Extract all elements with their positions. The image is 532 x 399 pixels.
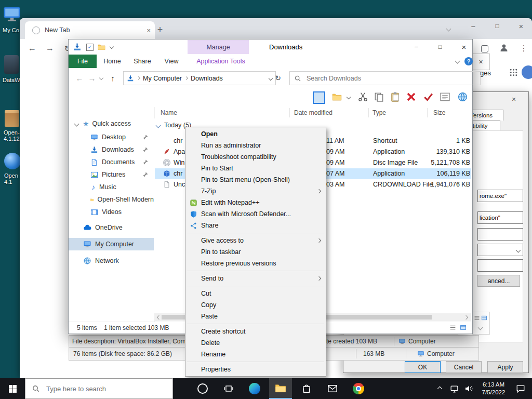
column-date-modified[interactable]: Date modified <box>294 109 332 116</box>
images-link-fragment[interactable]: ges <box>480 69 491 77</box>
start-button[interactable] <box>0 378 25 399</box>
search-box[interactable] <box>289 71 481 85</box>
sidebar-item-quick-access[interactable]: ★ Quick access <box>69 117 154 130</box>
tray-clock[interactable]: 6:13 AM 7/5/2022 <box>477 378 510 399</box>
tab-home[interactable]: Home <box>99 55 125 68</box>
menu-item-give-access-to[interactable]: Give access to <box>185 235 326 246</box>
task-view-button[interactable] <box>217 378 240 399</box>
extensions-icon[interactable] <box>481 45 488 52</box>
menu-item-copy[interactable]: Copy <box>185 299 326 311</box>
chrome-tab-newtab[interactable]: New Tab × <box>25 21 155 39</box>
sidebar-item-documents[interactable]: Documents <box>69 156 154 168</box>
back-icon[interactable]: ← <box>26 42 38 55</box>
ok-button[interactable]: OK <box>405 361 441 373</box>
address-bar[interactable]: My Computer Downloads <box>123 71 276 85</box>
action-center-button[interactable] <box>511 378 530 399</box>
close-button[interactable]: × <box>457 39 471 54</box>
breadcrumb-chevron-icon[interactable] <box>184 76 188 80</box>
menu-item-troubleshoot-compatibility[interactable]: Troubleshoot compatibility <box>185 151 326 163</box>
toolbar-delete-icon[interactable] <box>406 91 417 102</box>
nav-history-icon[interactable] <box>99 76 103 80</box>
tab-search-icon[interactable] <box>446 26 451 32</box>
tab-application-tools[interactable]: Application Tools <box>193 55 249 68</box>
sidebar-item-videos[interactable]: Videos <box>69 206 154 218</box>
details-view-icon[interactable] <box>474 315 480 321</box>
menu-item-restore-previous-versions[interactable]: Restore previous versions <box>185 258 326 269</box>
menu-item-cut[interactable]: Cut <box>185 288 326 299</box>
menu-item-send-to[interactable]: Send to <box>185 273 326 284</box>
edge-button[interactable] <box>243 378 266 399</box>
thumbnail-view-icon[interactable] <box>481 315 487 321</box>
sidebar-item-downloads[interactable]: Downloads <box>69 143 154 156</box>
qat-customize-icon[interactable] <box>110 45 114 49</box>
store-button[interactable] <box>295 378 318 399</box>
breadcrumb-chevron-icon[interactable] <box>137 76 140 80</box>
refresh-icon[interactable]: ↻ <box>272 72 284 84</box>
forward-icon[interactable]: → <box>44 42 56 55</box>
qat-folder-icon[interactable] <box>98 43 105 51</box>
toolbar-paste-icon[interactable] <box>390 91 401 102</box>
menu-item-delete[interactable]: Delete <box>185 337 326 349</box>
cortana-button[interactable] <box>191 378 214 399</box>
chrome-maximize-button[interactable]: □ <box>489 18 505 34</box>
tray-volume-button[interactable] <box>461 378 476 399</box>
column-divider[interactable] <box>368 108 369 117</box>
menu-item-paste[interactable]: Paste <box>185 311 326 322</box>
advanced-button[interactable]: anced... <box>477 275 520 287</box>
menu-item-properties[interactable]: Properties <box>185 364 326 375</box>
nav-back-icon[interactable]: ← <box>74 72 85 84</box>
column-divider[interactable] <box>289 108 290 117</box>
qat-checkbox-icon[interactable]: ✓ <box>86 44 94 51</box>
toolbar-new-folder-icon[interactable] <box>332 92 342 102</box>
search-input[interactable] <box>305 74 453 83</box>
new-tab-button[interactable]: + <box>154 23 166 36</box>
toolbar-cut-icon[interactable] <box>357 91 368 102</box>
maximize-button[interactable]: □ <box>433 39 447 54</box>
tab-close-icon[interactable]: × <box>147 27 151 34</box>
profile-avatar-icon[interactable] <box>499 43 509 53</box>
back-window-close-button[interactable]: × <box>472 54 490 70</box>
toolbar-network-icon[interactable] <box>457 91 468 102</box>
chrome-minimize-button[interactable]: − <box>466 18 481 34</box>
chrome-taskbar-button[interactable] <box>347 378 370 399</box>
apply-button[interactable]: Apply <box>487 361 523 373</box>
scroll-down-icon[interactable] <box>478 325 483 330</box>
column-name[interactable]: Name <box>161 109 177 116</box>
toolbar-confirm-icon[interactable] <box>423 91 434 102</box>
toolbar-new-folder-dropdown-icon[interactable] <box>347 95 351 99</box>
tab-share[interactable]: Share <box>129 55 155 68</box>
shortcut-key-field[interactable] <box>477 228 523 241</box>
column-size[interactable]: Size <box>433 109 445 116</box>
tray-network-button[interactable] <box>447 378 461 399</box>
ribbon-collapse-icon[interactable] <box>455 59 460 64</box>
breadcrumb-root[interactable]: My Computer <box>143 75 182 82</box>
file-explorer-button[interactable] <box>269 378 292 399</box>
mail-button[interactable] <box>321 378 344 399</box>
menu-item-rename[interactable]: Rename <box>185 349 326 360</box>
menu-item-7-zip[interactable]: 7-Zip <box>185 185 326 197</box>
start-in-field[interactable] <box>477 211 523 224</box>
run-dropdown[interactable] <box>477 244 523 256</box>
menu-item-edit-with-notepad[interactable]: Edit with Notepad++ <box>185 197 326 208</box>
column-divider[interactable] <box>427 108 428 117</box>
chrome-close-button[interactable]: × <box>513 18 529 34</box>
google-apps-grid-icon[interactable] <box>509 68 518 77</box>
menu-item-open[interactable]: Open <box>185 128 326 140</box>
taskbar-search-input[interactable] <box>45 384 162 393</box>
toolbar-rename-icon[interactable] <box>440 91 450 102</box>
nav-up-icon[interactable]: ↑ <box>107 72 118 84</box>
sidebar-item-open-shell-modern[interactable]: Open-Shell Modern <box>69 193 154 206</box>
sidebar-item-pictures[interactable]: Pictures <box>69 168 154 181</box>
expander-icon[interactable] <box>74 121 79 126</box>
target-field[interactable] <box>477 190 523 202</box>
column-type[interactable]: Type <box>373 109 386 116</box>
menu-item-pin-to-start-menu-open-shell[interactable]: Pin to Start menu (Open-Shell) <box>185 174 326 185</box>
sidebar-item-onedrive[interactable]: OneDrive <box>69 221 154 234</box>
toolbar-copy-icon[interactable] <box>374 91 384 102</box>
tray-show-hidden-icons[interactable] <box>432 378 447 399</box>
menu-item-share[interactable]: Share <box>185 220 326 231</box>
cancel-button[interactable]: Cancel <box>446 361 482 373</box>
sidebar-item-my-computer[interactable]: My Computer <box>69 238 154 250</box>
details-view-toggle-icon[interactable] <box>449 324 456 331</box>
menu-item-pin-to-taskbar[interactable]: Pin to taskbar <box>185 246 326 258</box>
